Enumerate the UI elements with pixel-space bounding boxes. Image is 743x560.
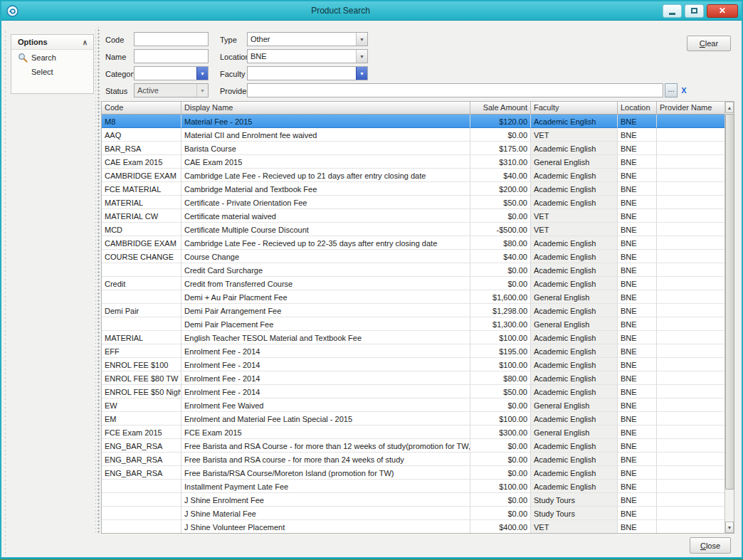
chevron-down-icon[interactable]: ▼ xyxy=(356,67,367,80)
table-row[interactable]: MATERIALCertificate - Private Orientatio… xyxy=(102,196,724,209)
table-cell xyxy=(102,317,181,331)
table-cell: CAE Exam 2015 xyxy=(102,155,181,169)
minimize-button[interactable] xyxy=(663,4,682,18)
table-cell: BNE xyxy=(618,426,657,439)
table-row[interactable]: ENG_BAR_RSAFree Barista and RSA course -… xyxy=(102,453,724,466)
table-cell: Enrolment Fee Waived xyxy=(181,398,470,412)
scrollbar-thumb[interactable] xyxy=(725,114,734,490)
table-row[interactable]: Demi Pair Placement Fee$1,300.00General … xyxy=(102,317,724,331)
table-row[interactable]: AAQMaterial CII and Enrolment fee waived… xyxy=(102,128,724,142)
clear-button[interactable]: Clear xyxy=(687,36,731,51)
column-header-location[interactable]: Location xyxy=(618,102,657,115)
column-header-display-name[interactable]: Display Name xyxy=(181,102,470,115)
table-row[interactable]: Demi + Au Pair Placment Fee$1,600.00Gene… xyxy=(102,290,724,304)
table-cell xyxy=(657,344,724,358)
table-row[interactable]: MATERIALEnglish Teacher TESOL Material a… xyxy=(102,331,724,344)
scrollbar-track[interactable] xyxy=(725,113,734,522)
column-header-sale-amount[interactable]: Sale Amount xyxy=(470,102,531,115)
sidebar-item-select[interactable]: Select xyxy=(11,65,93,78)
status-select[interactable]: Active ▼ xyxy=(134,83,209,97)
table-cell: BNE xyxy=(618,493,657,507)
table-cell: BNE xyxy=(618,142,657,155)
table-row[interactable]: ENROL FEE $80 TWEnrolment Fee - 2014$80.… xyxy=(102,371,724,385)
table-row[interactable]: ENG_BAR_RSAFree Barista and RSA Course -… xyxy=(102,439,724,453)
titlebar[interactable]: Product Search ✕ xyxy=(1,1,742,21)
chevron-down-icon[interactable]: ▼ xyxy=(196,84,208,97)
table-cell xyxy=(657,520,724,533)
table-row[interactable]: COURSE CHANGECourse Change$40.00Academic… xyxy=(102,250,724,263)
code-input[interactable] xyxy=(134,32,209,46)
table-cell: BNE xyxy=(618,480,657,493)
table-row[interactable]: ENROL FEE $100Enrolment Fee - 2014$100.0… xyxy=(102,358,724,371)
table-row[interactable]: J Shine Enrolment Fee$0.00Study ToursBNE xyxy=(102,493,724,507)
table-row[interactable]: MATERIAL CWCertificate material waived$0… xyxy=(102,209,724,223)
vertical-scrollbar[interactable]: ▲ ▼ xyxy=(724,102,734,533)
table-row[interactable]: CAE Exam 2015CAE Exam 2015$310.00General… xyxy=(102,155,724,169)
table-cell: Academic English xyxy=(531,412,618,426)
maximize-button[interactable] xyxy=(685,4,704,18)
window-edge-grip xyxy=(4,30,7,555)
table-row[interactable]: Installment Payment Late Fee$100.00Acade… xyxy=(102,480,724,493)
table-row[interactable]: CAMBRIDGE EXAMCambridge Late Fee - Recie… xyxy=(102,236,724,250)
table-cell: $1,298.00 xyxy=(470,304,531,317)
provider-clear-button[interactable]: X xyxy=(678,83,690,97)
name-input[interactable] xyxy=(134,49,209,63)
provider-input[interactable] xyxy=(247,83,663,97)
table-cell xyxy=(102,520,181,533)
table-row[interactable]: CreditCredit from Transferred Course$0.0… xyxy=(102,277,724,290)
table-row[interactable]: FCE MATERIALCambridge Material and Textb… xyxy=(102,182,724,196)
table-cell: Demi Pair Placement Fee xyxy=(181,317,470,331)
category-select[interactable]: ▼ xyxy=(134,66,209,80)
table-cell: VET xyxy=(531,520,618,533)
column-header-provider-name[interactable]: Provider Name xyxy=(657,102,724,115)
table-row[interactable]: J Shine Volunteer Placement$400.00VETBNE xyxy=(102,520,724,533)
close-button[interactable]: Close xyxy=(690,537,731,554)
scroll-up-icon[interactable]: ▲ xyxy=(725,102,734,113)
column-header-code[interactable]: Code xyxy=(102,102,181,115)
faculty-select[interactable]: ▼ xyxy=(247,66,368,80)
table-row[interactable]: EFFEnrolment Fee - 2014$195.00Academic E… xyxy=(102,344,724,358)
table-cell: $50.00 xyxy=(470,385,531,398)
table-cell: Barista Course xyxy=(181,142,470,155)
provider-lookup-button[interactable]: … xyxy=(665,83,678,97)
provider-label: Provider xyxy=(220,84,249,98)
table-row[interactable]: BAR_RSABarista Course$175.00Academic Eng… xyxy=(102,142,724,155)
table-row[interactable]: EWEnrolment Fee Waived$0.00General Engli… xyxy=(102,398,724,412)
chevron-down-icon[interactable]: ▼ xyxy=(356,33,367,46)
page-title: Product Search xyxy=(19,6,663,16)
scroll-down-icon[interactable]: ▼ xyxy=(725,522,734,533)
options-panel-header[interactable]: Options ∧ xyxy=(11,35,93,50)
chevron-down-icon[interactable]: ▼ xyxy=(356,50,367,63)
chevron-up-icon[interactable]: ∧ xyxy=(83,38,88,46)
table-cell xyxy=(657,331,724,344)
table-row[interactable]: FCE Exam 2015FCE Exam 2015$300.00General… xyxy=(102,426,724,439)
table-cell: Academic English xyxy=(531,182,618,196)
sidebar-item-search[interactable]: Search xyxy=(11,50,93,65)
table-row[interactable]: ENROL FEE $50 NightEnrolment Fee - 2014$… xyxy=(102,385,724,398)
table-row[interactable]: J Shine Material Fee$0.00Study ToursBNE xyxy=(102,507,724,520)
table-cell: $175.00 xyxy=(470,142,531,155)
table-cell xyxy=(657,304,724,317)
close-window-button[interactable]: ✕ xyxy=(707,4,738,18)
table-cell: BNE xyxy=(618,453,657,466)
column-header-faculty[interactable]: Faculty xyxy=(531,102,618,115)
table-row[interactable]: MCDCertificate Multiple Course Discount-… xyxy=(102,223,724,236)
type-label: Type xyxy=(220,33,237,47)
table-cell: BNE xyxy=(618,290,657,304)
table-cell: ENROL FEE $80 TW xyxy=(102,371,181,385)
chevron-down-icon[interactable]: ▼ xyxy=(196,67,208,80)
table-row[interactable]: Credit Card Surcharge$0.00Academic Engli… xyxy=(102,263,724,277)
table-row[interactable]: ENG_BAR_RSAFree Barista/RSA Course/Moret… xyxy=(102,466,724,480)
table-cell: CAE Exam 2015 xyxy=(181,155,470,169)
splitter-grip[interactable] xyxy=(95,27,100,534)
table-cell: BNE xyxy=(618,169,657,182)
location-select[interactable]: BNE ▼ xyxy=(247,49,368,63)
grid-header-row: Code Display Name Sale Amount Faculty Lo… xyxy=(102,102,724,115)
table-cell xyxy=(657,250,724,263)
table-row[interactable]: Demi PairDemi Pair Arrangement Fee$1,298… xyxy=(102,304,724,317)
table-row[interactable]: CAMBRIDGE EXAMCambridge Late Fee - Recie… xyxy=(102,169,724,182)
type-select[interactable]: Other ▼ xyxy=(247,32,368,46)
table-row[interactable]: M8Material Fee - 2015$120.00Academic Eng… xyxy=(102,115,724,128)
table-row[interactable]: EMEnrolment and Material Fee Latin Speci… xyxy=(102,412,724,426)
table-cell: BNE xyxy=(618,412,657,426)
